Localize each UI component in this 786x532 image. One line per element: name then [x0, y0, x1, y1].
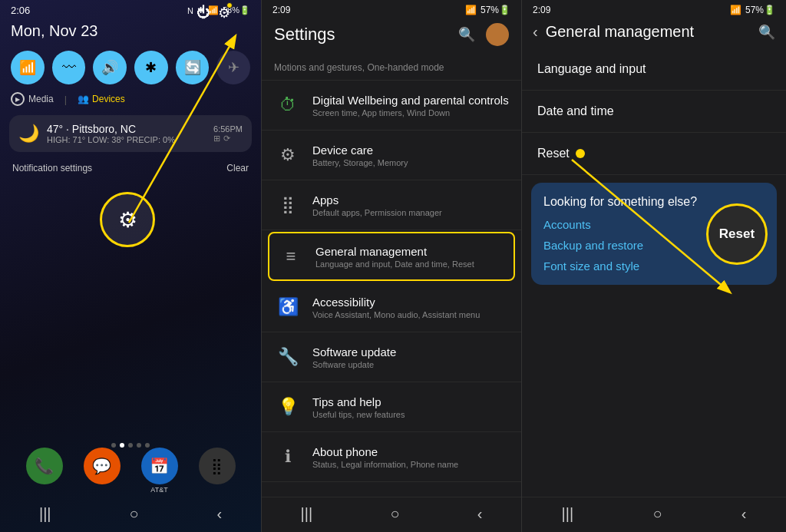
software-update-icon: 🔧 [278, 347, 299, 367]
panel-notification-shade: 2:06 N ✱ 📶 58%🔋 Mon, Nov 23 ⏻ ⚙ 📶 〰 🔊 ✱ … [0, 0, 261, 532]
back-arrow-icon[interactable]: ‹ [533, 23, 538, 41]
devices-people-icon: 👥 [78, 94, 89, 104]
about-phone-item[interactable]: ℹ About phone Status, Legal information,… [262, 432, 521, 482]
apps-icon: ⣿ [282, 195, 294, 215]
search-icon-panel3[interactable]: 🔍 [758, 24, 775, 41]
time-panel2: 2:09 [272, 5, 290, 15]
signal-panel2: 📶 [465, 5, 477, 15]
bottom-nav-panel1: ||| ○ ‹ [0, 497, 261, 532]
battery-panel3: 57%🔋 [745, 5, 775, 15]
about-icon: ℹ [285, 447, 291, 467]
bluetooth-tile[interactable]: ✱ [134, 51, 168, 84]
settings-title: Settings [274, 25, 335, 45]
quick-tiles: 📶 〰 🔊 ✱ 🔄 ✈ [0, 46, 261, 89]
back-button-p2[interactable]: ‹ [477, 505, 483, 523]
general-management-title: General management [546, 23, 751, 41]
att-app[interactable]: 📅 AT&T [141, 448, 178, 494]
date-time-item[interactable]: Date and time [522, 91, 786, 133]
time-panel1: 2:06 [11, 5, 30, 16]
gear-icon: ⚙ [118, 207, 137, 233]
user-avatar[interactable] [486, 23, 509, 46]
media-button[interactable]: ▶ Media [11, 92, 54, 106]
bottom-nav-panel3: ||| ○ ‹ [522, 497, 786, 532]
wifi-calling-tile[interactable]: 〰 [52, 51, 86, 84]
phone-icon[interactable]: 📞 [26, 448, 63, 484]
home-button-p2[interactable]: ○ [390, 505, 399, 523]
location-text: 47° · Pittsboro, NC [47, 123, 206, 135]
date-display: Mon, Nov 23 [0, 19, 261, 46]
motions-item[interactable]: Motions and gestures, One-handed mode [262, 54, 521, 81]
clear-button[interactable]: Clear [226, 163, 249, 173]
settings-header: Settings 🔍 [262, 18, 521, 54]
reset-yellow-dot [576, 149, 585, 158]
gear-circle-highlight[interactable]: ⚙ [100, 192, 155, 247]
back-button-p3[interactable]: ‹ [741, 505, 747, 523]
devices-button[interactable]: 👥 Devices [78, 94, 125, 104]
panel-settings-list: 2:09 📶 57%🔋 Settings 🔍 Motions and gestu… [261, 0, 522, 532]
home-button-p3[interactable]: ○ [652, 505, 662, 523]
reset-circle-button[interactable]: Reset [706, 203, 768, 265]
reset-item[interactable]: Reset [522, 133, 786, 175]
accessibility-item[interactable]: ♿ Accessibility Voice Assistant, Mono au… [262, 283, 521, 332]
wifi-tile[interactable]: 📶 [11, 51, 45, 84]
recents-button-p3[interactable]: ||| [562, 505, 574, 523]
device-care-icon: ⚙ [280, 145, 296, 165]
play-icon: ▶ [11, 92, 25, 106]
weather-detail: HIGH: 71° LOW: 38° PRECIP: 0% [47, 135, 206, 144]
search-icon-panel2[interactable]: 🔍 [458, 26, 475, 43]
language-input-item[interactable]: Language and input [522, 48, 786, 91]
notif-time: 6:56PM [213, 124, 243, 134]
power-icon[interactable]: ⏻ [196, 5, 210, 21]
accessibility-icon: ♿ [278, 297, 299, 317]
panel-general-management: 2:09 📶 57%🔋 ‹ General management 🔍 Langu… [522, 0, 786, 532]
apps-item[interactable]: ⣿ Apps Default apps, Permission manager [262, 180, 521, 230]
weather-notification[interactable]: 🌙 47° · Pittsboro, NC HIGH: 71° LOW: 38°… [9, 115, 252, 152]
notification-settings-link[interactable]: Notification settings [12, 163, 92, 173]
general-management-icon: ≡ [286, 246, 296, 266]
tips-help-item[interactable]: 💡 Tips and help Useful tips, new feature… [262, 382, 521, 432]
apps-grid-icon[interactable]: ⣿ [199, 448, 236, 484]
recents-button[interactable]: ||| [39, 505, 51, 523]
general-management-menu: Language and input Date and time Reset L… [522, 48, 786, 497]
recents-button-p2[interactable]: ||| [301, 505, 313, 523]
notif-settings-row: Notification settings Clear [0, 158, 261, 178]
digital-wellbeing-icon: ⏱ [279, 95, 296, 115]
airplane-tile[interactable]: ✈ [216, 51, 250, 84]
battery-panel2: 57%🔋 [481, 5, 510, 15]
home-button[interactable]: ○ [129, 505, 138, 523]
media-devices-row: ▶ Media | 👥 Devices [0, 89, 261, 109]
app-dock: 📞 💬 📅 AT&T ⣿ [0, 448, 261, 494]
settings-list: Motions and gestures, One-handed mode ⏱ … [262, 54, 521, 497]
software-update-item[interactable]: 🔧 Software update Software update [262, 332, 521, 382]
bottom-nav-panel2: ||| ○ ‹ [262, 497, 521, 532]
digital-wellbeing-item[interactable]: ⏱ Digital Wellbeing and parental control… [262, 81, 521, 131]
device-care-item[interactable]: ⚙ Device care Battery, Storage, Memory [262, 131, 521, 180]
notif-refresh-icon: ⟳ [223, 134, 230, 144]
looking-for-card: Looking for something else? Accounts Bac… [531, 183, 777, 285]
sound-tile[interactable]: 🔊 [93, 51, 127, 84]
moon-icon: 🌙 [18, 124, 39, 144]
notif-expand-icon: ⊞ [213, 134, 220, 144]
time-panel3: 2:09 [533, 5, 550, 15]
sync-tile[interactable]: 🔄 [176, 51, 210, 84]
general-management-header: ‹ General management 🔍 [522, 18, 786, 48]
tips-icon: 💡 [278, 397, 299, 417]
status-bar-panel3: 2:09 📶 57%🔋 [522, 0, 786, 18]
signal-panel3: 📶 [730, 5, 741, 15]
settings-gear-top-icon[interactable]: ⚙ [218, 5, 230, 21]
back-button[interactable]: ‹ [216, 505, 222, 523]
general-management-item[interactable]: ≡ General management Language and input,… [268, 232, 515, 281]
status-bar-panel2: 2:09 📶 57%🔋 [262, 0, 521, 18]
messages-icon[interactable]: 💬 [84, 448, 121, 484]
